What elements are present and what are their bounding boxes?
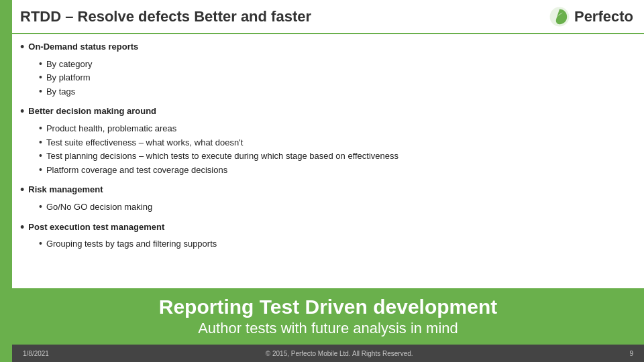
post-execution-subbullets: • Grouping tests by tags and filtering s…	[39, 237, 633, 251]
list-item: • By tags	[39, 85, 633, 99]
bullet-post-execution: • Post execution test management	[20, 221, 633, 235]
bullet-better-decision: • Better decision making around	[20, 105, 633, 119]
bullet-dot: •	[20, 183, 24, 198]
sub-item-text: Product health, problematic areas	[46, 122, 176, 135]
banner-line1: Reporting Test Driven development	[159, 295, 498, 319]
footer-page-number: 9	[629, 350, 633, 357]
sub-item-text: By platform	[46, 71, 91, 84]
list-item: • Go/No GO decision making	[39, 200, 633, 214]
sub-dot: •	[39, 136, 42, 149]
logo-area: Perfecto	[549, 6, 633, 27]
left-accent-bar	[0, 0, 12, 362]
sub-item-text: By tags	[46, 85, 75, 99]
sub-dot: •	[39, 122, 42, 135]
sub-dot: •	[39, 85, 42, 99]
logo-icon	[549, 6, 570, 27]
sub-item-text: Test planning decisions – which tests to…	[46, 149, 398, 163]
bullet-on-demand: • On-Demand status reports	[20, 40, 633, 55]
post-execution-label: Post execution test management	[28, 221, 164, 234]
list-item: • Platform coverage and test coverage de…	[39, 164, 633, 177]
sub-dot: •	[39, 164, 42, 177]
header: RTDD – Resolve defects Better and faster…	[12, 0, 644, 34]
logo-text: Perfecto	[574, 8, 633, 25]
main-content: • On-Demand status reports • By category…	[20, 40, 633, 288]
list-item: • By category	[39, 58, 633, 71]
list-item: • Test planning decisions – which tests …	[39, 149, 633, 163]
section-risk-management: • Risk management • Go/No GO decision ma…	[20, 183, 633, 213]
sub-item-text: By category	[46, 58, 93, 71]
sub-dot: •	[39, 237, 42, 251]
list-item: • Grouping tests by tags and filtering s…	[39, 237, 633, 251]
sub-item-text: Test suite effectiveness – what works, w…	[46, 136, 243, 149]
sub-item-text: Go/No GO decision making	[46, 200, 152, 214]
page-title: RTDD – Resolve defects Better and faster	[20, 8, 311, 25]
footer: 1/8/2021 © 2015, Perfecto Mobile Ltd. Al…	[12, 345, 644, 362]
green-banner: Reporting Test Driven development Author…	[12, 288, 644, 345]
banner-line2: Author tests with future analysis in min…	[198, 319, 458, 339]
risk-label: Risk management	[28, 183, 103, 196]
bullet-dot: •	[20, 221, 24, 235]
bullet-dot: •	[20, 105, 24, 119]
bullet-dot: •	[20, 40, 24, 55]
on-demand-label: On-Demand status reports	[28, 40, 138, 54]
list-item: • By platform	[39, 71, 633, 84]
better-decision-subbullets: • Product health, problematic areas • Te…	[39, 122, 633, 176]
section-better-decision: • Better decision making around • Produc…	[20, 105, 633, 176]
footer-date: 1/8/2021	[23, 350, 49, 357]
sub-dot: •	[39, 71, 42, 84]
sub-dot: •	[39, 58, 42, 71]
list-item: • Product health, problematic areas	[39, 122, 633, 135]
section-post-execution: • Post execution test management • Group…	[20, 221, 633, 251]
list-item: • Test suite effectiveness – what works,…	[39, 136, 633, 149]
risk-subbullets: • Go/No GO decision making	[39, 200, 633, 214]
sub-dot: •	[39, 200, 42, 214]
sub-dot: •	[39, 149, 42, 163]
footer-copyright: © 2015, Perfecto Mobile Ltd. All Rights …	[266, 350, 413, 357]
better-decision-label: Better decision making around	[28, 105, 156, 118]
sub-item-text: Platform coverage and test coverage deci…	[46, 164, 227, 177]
on-demand-subbullets: • By category • By platform • By tags	[39, 58, 633, 99]
bullet-risk: • Risk management	[20, 183, 633, 198]
section-on-demand: • On-Demand status reports • By category…	[20, 40, 633, 98]
sub-item-text: Grouping tests by tags and filtering sup…	[46, 237, 217, 251]
